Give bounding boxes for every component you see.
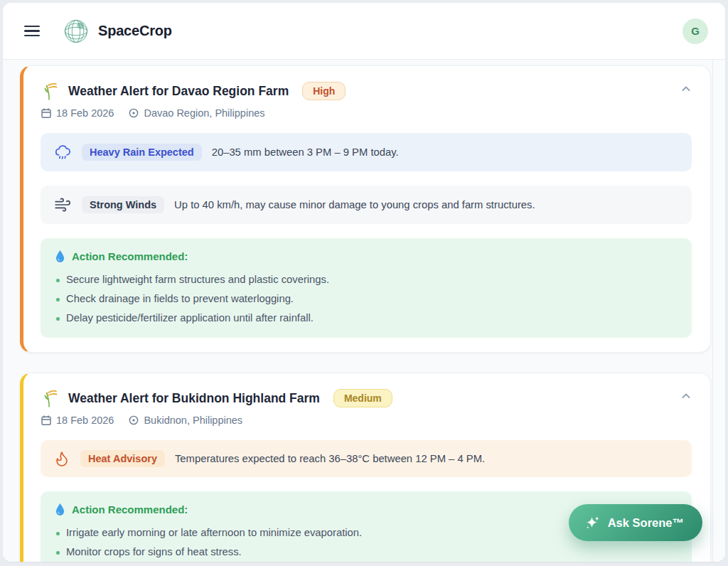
- alert-title: Weather Alert for Bukidnon Highland Farm: [68, 391, 320, 406]
- alert-date: 18 Feb 2026: [41, 107, 114, 119]
- user-avatar[interactable]: G: [682, 18, 708, 44]
- calendar-icon: [41, 415, 52, 426]
- rice-plant-icon: [41, 82, 59, 100]
- action-heading: Action Recommended:: [72, 250, 188, 262]
- alert-title: Weather Alert for Davao Region Farm: [68, 84, 289, 99]
- wind-icon: [53, 196, 72, 214]
- sparkles-icon: [584, 515, 601, 531]
- alert-location: Davao Region, Philippines: [128, 107, 264, 119]
- action-item: Delay pesticide/fertilizer application u…: [55, 309, 678, 328]
- action-list: Secure lightweight farm structures and p…: [55, 270, 678, 328]
- action-heading: Action Recommended:: [72, 503, 188, 516]
- severity-badge: Medium: [333, 389, 392, 407]
- action-item: Check drainage in fields to prevent wate…: [55, 289, 678, 309]
- condition-label: Heavy Rain Expected: [82, 144, 202, 161]
- water-droplet-icon: [55, 250, 65, 263]
- condition-text: 20–35 mm between 3 PM – 9 PM today.: [212, 146, 399, 158]
- condition-text: Temperatures expected to reach 36–38°C b…: [175, 453, 485, 464]
- action-recommended-box: Action Recommended: Secure lightweight f…: [41, 238, 692, 338]
- location-pin-icon: [128, 415, 139, 426]
- app-title: SpaceCrop: [98, 23, 172, 39]
- water-droplet-icon: [55, 503, 65, 516]
- top-bar: SpaceCrop G: [3, 3, 725, 60]
- condition-wind: Strong Winds Up to 40 km/h, may cause mi…: [41, 186, 692, 224]
- calendar-icon: [41, 107, 52, 119]
- chevron-up-icon[interactable]: [679, 82, 693, 96]
- alert-location: Bukidnon, Philippines: [128, 415, 242, 426]
- ask-sorene-label: Ask Sorene™: [608, 516, 684, 530]
- alert-date: 18 Feb 2026: [41, 415, 114, 426]
- condition-text: Up to 40 km/h, may cause minor damage to…: [174, 199, 535, 210]
- globe-wireframe-logo-icon: [63, 18, 90, 45]
- rice-plant-icon: [41, 389, 59, 407]
- alerts-list: Weather Alert for Davao Region Farm High…: [3, 60, 712, 562]
- chevron-up-icon[interactable]: [679, 389, 693, 403]
- condition-label: Strong Winds: [82, 196, 164, 213]
- action-item: Monitor crops for signs of heat stress.: [55, 543, 678, 562]
- hamburger-menu-icon[interactable]: [24, 23, 41, 40]
- condition-label: Heat Advisory: [80, 450, 165, 467]
- location-pin-icon: [128, 107, 139, 119]
- condition-rain: Heavy Rain Expected 20–35 mm between 3 P…: [41, 133, 692, 171]
- condition-heat: Heat Advisory Temperatures expected to r…: [41, 440, 692, 477]
- flame-icon: [53, 450, 70, 467]
- app-window: SpaceCrop G: [3, 3, 725, 562]
- rain-cloud-icon: [53, 143, 72, 161]
- severity-badge: High: [302, 82, 346, 100]
- ask-sorene-button[interactable]: Ask Sorene™: [569, 504, 702, 541]
- main-area: Weather Alert for Davao Region Farm High…: [3, 60, 725, 562]
- scrollbar-track[interactable]: [712, 60, 725, 562]
- action-item: Secure lightweight farm structures and p…: [55, 270, 678, 289]
- alert-card-davao: Weather Alert for Davao Region Farm High…: [20, 65, 711, 353]
